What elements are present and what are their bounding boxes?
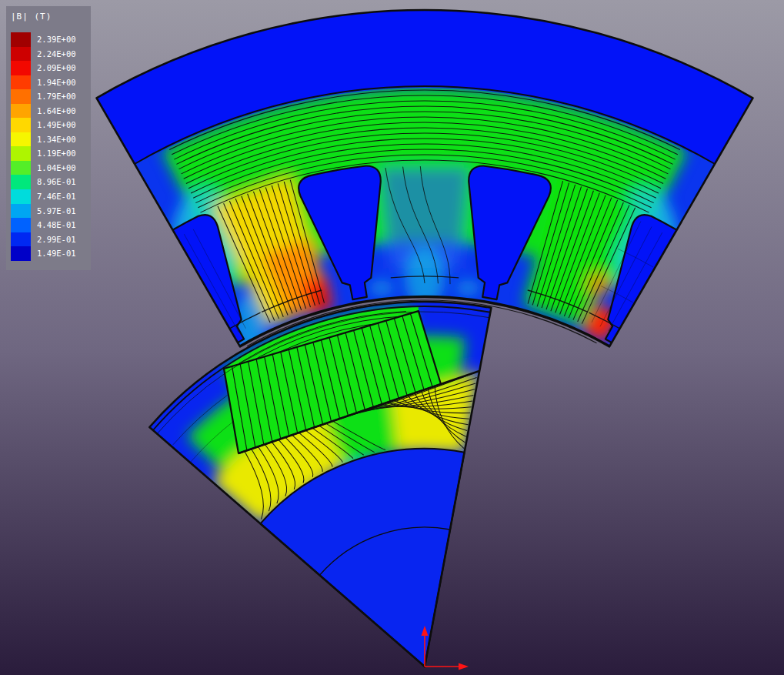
legend-color-segment	[11, 204, 31, 219]
legend-color-segment	[11, 89, 31, 104]
legend-level-label: 8.96E-01	[37, 175, 76, 189]
legend-color-segment	[11, 218, 31, 232]
legend-colorbar	[11, 32, 31, 261]
legend-level-label: 2.39E+00	[37, 32, 76, 47]
legend-level-label: 1.64E+00	[37, 104, 76, 119]
legend-color-segment	[11, 232, 31, 247]
legend-level-label: 1.04E+00	[37, 161, 76, 175]
legend-color-segment	[11, 246, 31, 261]
field-plot-viewport[interactable]: |B| (T) 2.39E+002.24E+002.09E+001.94E+00…	[0, 0, 784, 675]
legend-color-segment	[11, 161, 31, 175]
legend-color-segment	[11, 75, 31, 90]
legend-level-label: 1.79E+00	[37, 89, 76, 104]
legend-color-segment	[11, 47, 31, 62]
legend-color-segment	[11, 189, 31, 204]
legend-level-label: 5.97E-01	[37, 204, 76, 219]
legend-color-segment	[11, 146, 31, 161]
legend-level-label: 2.99E-01	[37, 232, 76, 247]
legend-color-segment	[11, 132, 31, 147]
legend-labels: 2.39E+002.24E+002.09E+001.94E+001.79E+00…	[37, 32, 76, 261]
legend-level-label: 7.46E-01	[37, 189, 76, 204]
legend-level-label: 1.49E-01	[37, 246, 76, 261]
legend-level-label: 1.49E+00	[37, 118, 76, 132]
legend-level-label: 2.24E+00	[37, 47, 76, 62]
legend-title: |B| (T)	[11, 12, 88, 32]
legend-color-segment	[11, 118, 31, 132]
legend-color-segment	[11, 104, 31, 119]
legend-level-label: 1.19E+00	[37, 146, 76, 161]
legend-color-segment	[11, 32, 31, 47]
legend-color-segment	[11, 61, 31, 75]
legend-color-segment	[11, 175, 31, 189]
legend-level-label: 2.09E+00	[37, 61, 76, 75]
field-plot[interactable]	[0, 0, 784, 675]
legend-level-label: 1.34E+00	[37, 132, 76, 147]
legend-level-label: 4.48E-01	[37, 218, 76, 232]
legend-level-label: 1.94E+00	[37, 75, 76, 90]
legend-body: 2.39E+002.24E+002.09E+001.94E+001.79E+00…	[11, 32, 88, 261]
legend-panel[interactable]: |B| (T) 2.39E+002.24E+002.09E+001.94E+00…	[6, 6, 91, 270]
